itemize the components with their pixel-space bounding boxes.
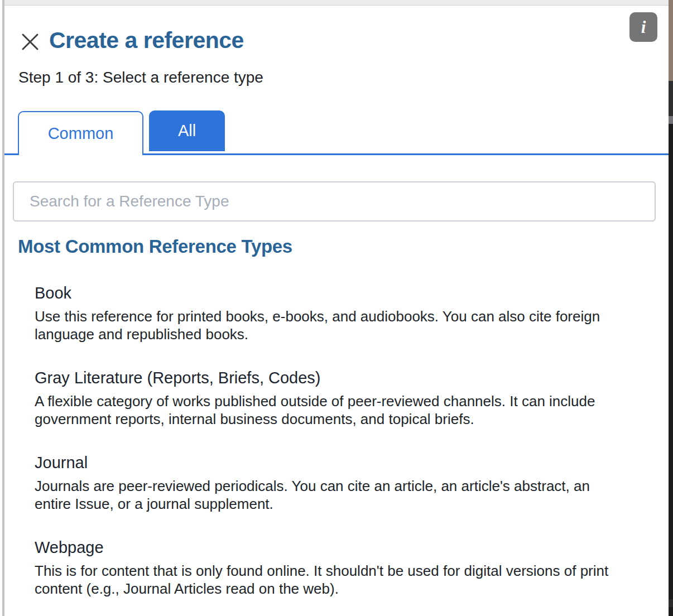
search-input[interactable] [13, 181, 656, 222]
create-reference-dialog: i Create a reference Step 1 of 3: Select… [4, 6, 669, 616]
info-icon: i [641, 17, 646, 37]
reference-type-description: This is for content that is only found o… [35, 562, 627, 598]
background-window-segment [669, 81, 673, 116]
tab-bar: Common All [4, 109, 669, 155]
background-window-segment [669, 0, 673, 81]
background-window-edge [669, 0, 673, 616]
window-top-edge [4, 0, 669, 6]
dialog-header: Create a reference [18, 27, 655, 54]
reference-type-description: Journals are peer-reviewed periodicals. … [35, 477, 627, 513]
reference-type-gray-literature[interactable]: Gray Literature (Reports, Briefs, Codes)… [35, 365, 655, 428]
tab-common[interactable]: Common [18, 111, 143, 155]
dialog-title: Create a reference [49, 27, 244, 54]
reference-type-list: Book Use this reference for printed book… [35, 281, 655, 598]
reference-type-journal[interactable]: Journal Journals are peer-reviewed perio… [35, 450, 655, 513]
background-window-segment [669, 599, 673, 607]
close-icon[interactable] [19, 30, 41, 52]
reference-type-description: Use this reference for printed books, e-… [35, 307, 627, 343]
section-heading: Most Common Reference Types [18, 236, 655, 257]
reference-type-name: Book [35, 281, 655, 305]
reference-type-name: Gray Literature (Reports, Briefs, Codes) [35, 365, 655, 390]
tab-all[interactable]: All [149, 110, 225, 151]
reference-type-name: Webpage [35, 535, 655, 560]
reference-type-webpage[interactable]: Webpage This is for content that is only… [35, 535, 655, 598]
reference-type-name: Journal [35, 450, 655, 475]
reference-type-description: A flexible category of works published o… [35, 392, 627, 428]
info-button[interactable]: i [629, 12, 657, 42]
reference-type-book[interactable]: Book Use this reference for printed book… [35, 281, 655, 343]
step-indicator: Step 1 of 3: Select a reference type [18, 68, 655, 87]
background-window-segment [669, 116, 673, 124]
